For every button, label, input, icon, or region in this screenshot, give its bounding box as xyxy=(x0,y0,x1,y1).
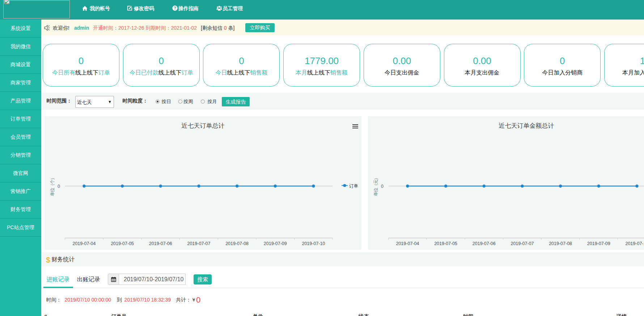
svg-text:2019-07-08: 2019-07-08 xyxy=(549,241,572,246)
svg-text:2019-07-06: 2019-07-06 xyxy=(149,241,172,246)
svg-text:2019-07-08: 2019-07-08 xyxy=(225,241,249,246)
svg-text:2019-07-09: 2019-07-09 xyxy=(263,241,287,246)
svg-text:2019-07-06: 2019-07-06 xyxy=(473,241,496,246)
svg-text:2019-07-04: 2019-07-04 xyxy=(396,241,419,246)
svg-text:0: 0 xyxy=(58,184,60,189)
svg-text:2019-07-10: 2019-07-10 xyxy=(302,241,325,246)
svg-text:2019-07-07: 2019-07-07 xyxy=(510,241,534,246)
svg-text:2019-07-07: 2019-07-07 xyxy=(187,241,210,246)
svg-text:0: 0 xyxy=(381,184,384,189)
svg-text:近七天订单金额总计: 近七天订单金额总计 xyxy=(499,122,554,129)
svg-text:2019-07-10: 2019-07-10 xyxy=(625,241,644,246)
svg-text:单位（个）: 单位（个） xyxy=(50,176,55,196)
svg-text:订单: 订单 xyxy=(349,184,358,189)
svg-text:2019-07-05: 2019-07-05 xyxy=(434,241,457,246)
svg-text:2019-07-09: 2019-07-09 xyxy=(587,241,610,246)
svg-text:?: ? xyxy=(174,6,176,10)
svg-text:2019-07-05: 2019-07-05 xyxy=(111,241,134,246)
svg-text:单位（元）: 单位（元） xyxy=(373,176,378,196)
svg-text:2019-07-04: 2019-07-04 xyxy=(72,241,96,246)
svg-text:近七天订单总计: 近七天订单总计 xyxy=(181,122,224,129)
